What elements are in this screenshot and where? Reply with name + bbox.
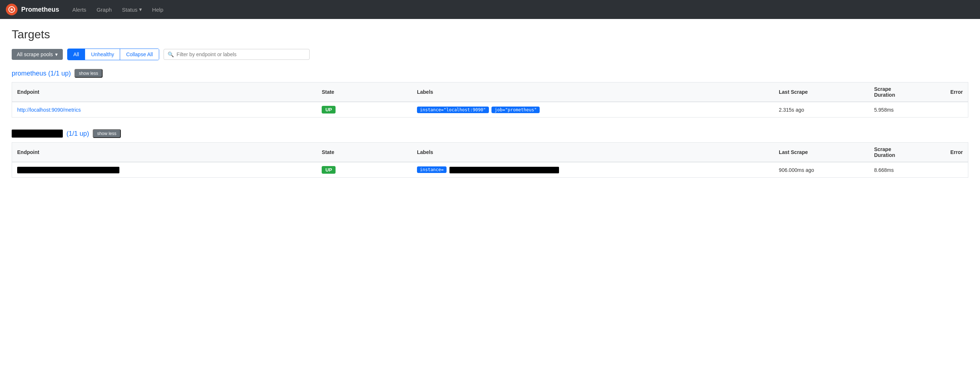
section-second-header: (1/1 up) show less xyxy=(12,129,968,138)
label-tag: job="prometheus" xyxy=(492,106,540,113)
table-row: UP instance= 906.000ms ago 8.668ms xyxy=(12,162,968,178)
endpoint-link[interactable]: http://localhost:9090/metrics xyxy=(17,107,81,113)
state-badge-up: UP xyxy=(322,166,336,174)
table-row: http://localhost:9090/metrics UP instanc… xyxy=(12,102,968,117)
section-prometheus-header: prometheus (1/1 up) show less xyxy=(12,69,968,78)
page-title: Targets xyxy=(12,28,968,41)
col-header-error: Error xyxy=(945,83,968,102)
show-less-button-second[interactable]: show less xyxy=(93,129,121,138)
second-targets-table: Endpoint State Labels Last Scrape Scrape… xyxy=(12,142,968,178)
show-less-button-prometheus[interactable]: show less xyxy=(75,69,103,78)
state-cell: UP xyxy=(317,102,412,117)
endpoint-cell: http://localhost:9090/metrics xyxy=(12,102,317,117)
nav-graph[interactable]: Graph xyxy=(92,4,116,15)
endpoint-cell-redacted xyxy=(12,162,317,178)
col-header-last-scrape: Last Scrape xyxy=(774,83,869,102)
section-prometheus-title[interactable]: prometheus (1/1 up) xyxy=(12,70,71,77)
redacted-endpoint-block xyxy=(17,167,119,173)
section-second-title-redacted xyxy=(12,130,63,138)
labels-cell-redacted: instance= xyxy=(412,162,774,178)
last-scrape-cell: 906.000ms ago xyxy=(774,162,869,178)
prometheus-targets-table: Endpoint State Labels Last Scrape Scrape… xyxy=(12,82,968,117)
main-content: Targets All scrape pools ▾ All Unhealthy… xyxy=(0,19,980,198)
col-header-last-scrape: Last Scrape xyxy=(774,143,869,162)
labels-cell: instance="localhost:9090" job="prometheu… xyxy=(412,102,774,117)
section-prometheus: prometheus (1/1 up) show less Endpoint S… xyxy=(12,69,968,117)
redacted-label-block xyxy=(449,167,559,173)
col-header-state: State xyxy=(317,143,412,162)
nav-help[interactable]: Help xyxy=(148,4,168,15)
toolbar: All scrape pools ▾ All Unhealthy Collaps… xyxy=(12,49,968,60)
scrape-pools-dropdown[interactable]: All scrape pools ▾ xyxy=(12,49,63,60)
search-box: 🔍 xyxy=(164,49,310,60)
state-cell: UP xyxy=(317,162,412,178)
app-name: Prometheus xyxy=(21,6,59,14)
nav-status[interactable]: Status ▾ xyxy=(118,4,146,15)
chevron-down-icon: ▾ xyxy=(139,6,142,13)
search-input[interactable] xyxy=(177,51,305,57)
nav-alerts[interactable]: Alerts xyxy=(68,4,91,15)
filter-unhealthy-button[interactable]: Unhealthy xyxy=(85,49,120,60)
state-badge-up: UP xyxy=(322,106,336,113)
filter-all-button[interactable]: All xyxy=(68,49,86,60)
brand: Prometheus xyxy=(6,4,59,15)
prometheus-logo xyxy=(6,4,18,15)
label-tag: instance="localhost:9090" xyxy=(417,106,489,113)
filter-button-group: All Unhealthy Collapse All xyxy=(67,49,159,60)
section-second: (1/1 up) show less Endpoint State Labels… xyxy=(12,129,968,178)
col-header-scrape-duration: ScrapeDuration xyxy=(869,143,945,162)
section-second-title-upcount[interactable]: (1/1 up) xyxy=(67,130,89,138)
col-header-state: State xyxy=(317,83,412,102)
col-header-labels: Labels xyxy=(412,83,774,102)
table-header-row: Endpoint State Labels Last Scrape Scrape… xyxy=(12,83,968,102)
search-icon: 🔍 xyxy=(168,51,174,57)
error-cell xyxy=(945,102,968,117)
col-header-scrape-duration: ScrapeDuration xyxy=(869,83,945,102)
col-header-endpoint: Endpoint xyxy=(12,143,317,162)
col-header-labels: Labels xyxy=(412,143,774,162)
scrape-duration-cell: 5.958ms xyxy=(869,102,945,117)
col-header-error: Error xyxy=(945,143,968,162)
nav-links: Alerts Graph Status ▾ Help xyxy=(68,4,168,15)
col-header-endpoint: Endpoint xyxy=(12,83,317,102)
svg-point-1 xyxy=(11,8,13,11)
label-tag-partial: instance= xyxy=(417,167,447,173)
dropdown-caret-icon: ▾ xyxy=(55,51,58,57)
error-cell xyxy=(945,162,968,178)
filter-collapse-all-button[interactable]: Collapse All xyxy=(120,49,159,60)
table-header-row: Endpoint State Labels Last Scrape Scrape… xyxy=(12,143,968,162)
navbar: Prometheus Alerts Graph Status ▾ Help xyxy=(0,0,980,19)
last-scrape-cell: 2.315s ago xyxy=(774,102,869,117)
scrape-duration-cell: 8.668ms xyxy=(869,162,945,178)
